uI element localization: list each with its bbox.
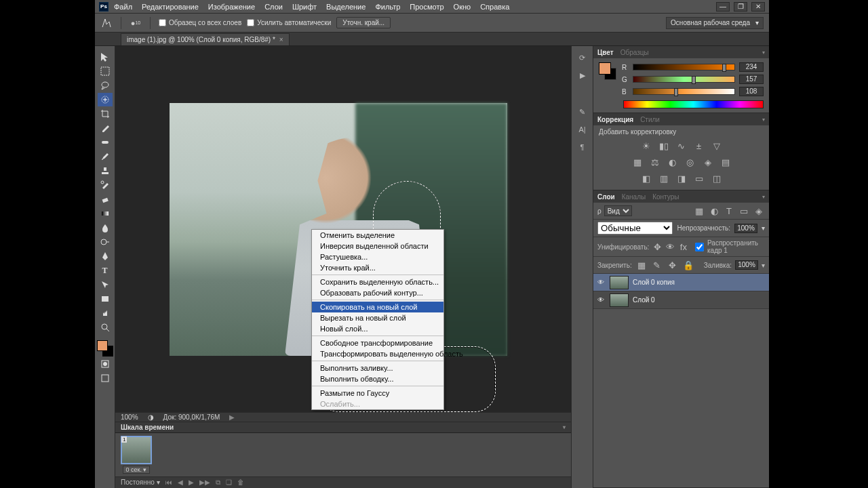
bw-icon[interactable]: ◐ <box>667 156 679 168</box>
gradient-tool[interactable] <box>98 207 113 220</box>
layer-name[interactable]: Слой 0 <box>633 296 655 304</box>
layer-item[interactable]: 👁Слой 0 <box>593 291 769 309</box>
character-panel-icon[interactable]: A| <box>576 123 589 136</box>
eraser-tool[interactable] <box>98 192 113 206</box>
frame-duration[interactable]: 0 сек. ▾ <box>123 466 151 474</box>
posterize-icon[interactable]: ▥ <box>658 172 670 184</box>
red-value[interactable]: 234 <box>739 62 764 72</box>
menu-view[interactable]: Просмотр <box>410 3 443 11</box>
menu-file[interactable]: Файл <box>114 3 132 11</box>
canvas-area[interactable]: Отменить выделениеИнверсия выделенной об… <box>115 46 571 422</box>
styles-tab[interactable]: Стили <box>640 116 660 123</box>
hue-icon[interactable]: ▦ <box>631 156 644 168</box>
context-menu-item[interactable]: Образовать рабочий контур... <box>312 287 443 298</box>
close-button[interactable]: ✕ <box>751 2 765 12</box>
channel-mixer-icon[interactable]: ◈ <box>702 156 714 168</box>
gradient-map-icon[interactable]: ▭ <box>693 172 705 184</box>
tween-button[interactable]: ⧉ <box>216 479 220 487</box>
context-menu-item[interactable]: Уточнить край... <box>312 262 443 273</box>
exposure-icon[interactable]: ± <box>693 140 705 152</box>
heal-tool[interactable] <box>98 136 113 149</box>
sample-all-layers-checkbox[interactable]: Образец со всех слоев <box>159 19 241 26</box>
filter-pixel-icon[interactable]: ▦ <box>693 205 705 217</box>
prev-frame-button[interactable]: ◀ <box>178 479 183 486</box>
foreground-color-swatch[interactable] <box>97 340 108 351</box>
crop-tool[interactable] <box>98 107 113 121</box>
layer-visibility-icon[interactable]: 👁 <box>597 279 606 287</box>
new-frame-button[interactable]: ❏ <box>226 479 232 486</box>
panel-menu-icon[interactable]: ▾ <box>762 49 765 56</box>
context-menu-item[interactable]: Трансформировать выделенную область <box>312 348 443 359</box>
propagate-frame-checkbox[interactable] <box>695 243 704 251</box>
unify-vis-icon[interactable]: 👁 <box>666 241 675 253</box>
menu-type[interactable]: Шрифт <box>292 3 317 11</box>
menu-image[interactable]: Изображение <box>208 3 255 11</box>
panel-menu-icon[interactable]: ▾ <box>563 424 566 430</box>
green-value[interactable]: 157 <box>739 75 764 84</box>
dodge-tool[interactable] <box>98 235 113 249</box>
panel-menu-icon[interactable]: ▾ <box>762 117 765 123</box>
lock-pixels-icon[interactable]: ✎ <box>651 259 663 271</box>
curves-icon[interactable]: ∿ <box>675 140 688 152</box>
color-spectrum[interactable] <box>623 100 764 108</box>
context-menu-item[interactable]: Выполнить обводку... <box>312 373 443 384</box>
brush-picker[interactable]: ●10 <box>130 17 142 29</box>
layer-item[interactable]: 👁Слой 0 копия <box>593 274 769 291</box>
filter-smart-icon[interactable]: ◈ <box>753 205 765 217</box>
refine-edge-button[interactable]: Уточн. край... <box>336 17 391 28</box>
paths-tab[interactable]: Контуры <box>652 193 679 201</box>
color-tab[interactable]: Цвет <box>597 49 614 56</box>
next-frame-button[interactable]: ▶▶ <box>199 479 210 486</box>
filter-shape-icon[interactable]: ▭ <box>738 205 750 217</box>
type-tool[interactable]: T <box>98 264 113 277</box>
document-tab[interactable]: image (1).jpg @ 100% (Слой 0 копия, RGB/… <box>121 33 290 45</box>
ruler-icon[interactable]: ◑ <box>148 413 154 421</box>
context-menu-item[interactable]: Растушевка... <box>312 251 443 262</box>
workspace-switcher[interactable]: Основная рабочая среда▾ <box>666 17 764 29</box>
menu-filter[interactable]: Фильтр <box>375 3 400 11</box>
quickmask-toggle[interactable] <box>98 357 113 371</box>
unify-pos-icon[interactable]: ✥ <box>652 241 662 253</box>
invert-icon[interactable]: ◧ <box>640 172 652 184</box>
layers-tab[interactable]: Слои <box>597 193 615 201</box>
marquee-tool[interactable] <box>98 64 113 78</box>
zoom-tool[interactable] <box>98 321 113 334</box>
status-menu-arrow[interactable]: ▶ <box>229 413 235 421</box>
menu-help[interactable]: Справка <box>480 3 509 11</box>
stamp-tool[interactable] <box>98 164 113 178</box>
minimize-button[interactable]: — <box>716 2 730 12</box>
menu-select[interactable]: Выделение <box>326 3 366 11</box>
zoom-level[interactable]: 100% <box>121 413 138 421</box>
unify-style-icon[interactable]: fx <box>679 241 688 253</box>
first-frame-button[interactable]: ⏮ <box>165 479 172 486</box>
color-swatches[interactable] <box>97 340 113 357</box>
green-slider[interactable] <box>633 76 735 83</box>
timeline-panel-tab[interactable]: Шкала времени ▾ <box>115 422 571 433</box>
red-slider[interactable] <box>633 64 735 70</box>
panel-menu-icon[interactable]: ▾ <box>762 194 765 200</box>
menu-window[interactable]: Окно <box>454 3 471 11</box>
layer-visibility-icon[interactable]: 👁 <box>597 296 606 304</box>
menu-edit[interactable]: Редактирование <box>142 3 199 11</box>
shape-tool[interactable] <box>98 292 113 306</box>
context-menu-item[interactable]: Сохранить выделенную область... <box>312 277 443 287</box>
close-icon[interactable]: × <box>279 36 283 43</box>
lasso-tool[interactable] <box>98 79 113 92</box>
maximize-button[interactable]: ❐ <box>734 2 747 12</box>
fill-field[interactable]: 100% <box>735 260 758 270</box>
balance-icon[interactable]: ⚖ <box>649 156 661 168</box>
quick-select-tool[interactable] <box>98 93 113 106</box>
lock-transparency-icon[interactable]: ▦ <box>635 259 648 271</box>
threshold-icon[interactable]: ◨ <box>675 172 688 184</box>
fg-color-chip[interactable] <box>599 62 611 75</box>
paragraph-panel-icon[interactable]: ¶ <box>576 141 589 153</box>
vibrance-icon[interactable]: ▽ <box>711 140 723 152</box>
brush-tool[interactable] <box>98 150 113 163</box>
timeline-frame-thumb[interactable]: 1 <box>121 436 152 464</box>
channels-tab[interactable]: Каналы <box>622 193 646 201</box>
photo-filter-icon[interactable]: ◎ <box>684 156 696 168</box>
loop-mode[interactable]: Постоянно ▾ <box>121 479 160 486</box>
blue-slider[interactable] <box>633 88 735 95</box>
hand-tool[interactable] <box>98 306 113 320</box>
levels-icon[interactable]: ▮▯ <box>658 140 670 152</box>
